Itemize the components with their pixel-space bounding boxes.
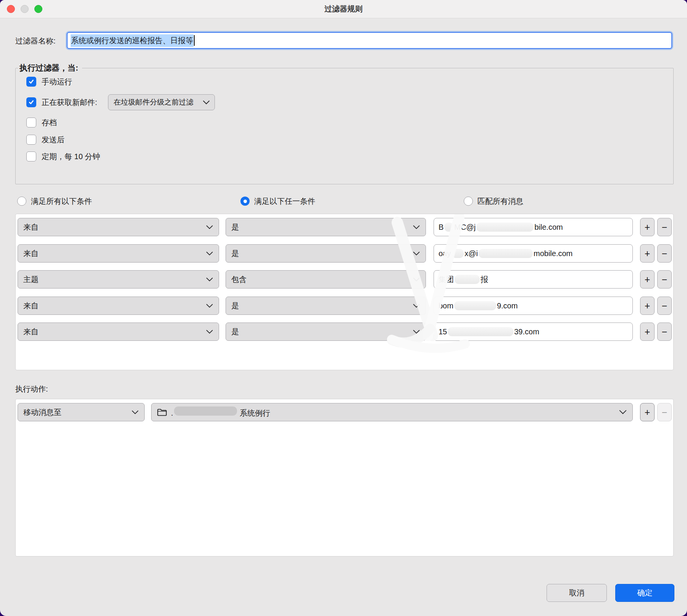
remove-condition-button[interactable]: − <box>657 297 672 315</box>
value-text: x@i <box>464 249 478 258</box>
chevron-down-icon <box>413 225 420 229</box>
match-mode-radio[interactable]: 满足所有以下条件 <box>17 194 92 208</box>
add-action-button[interactable]: + <box>640 403 655 421</box>
value-text: 报 <box>481 274 488 285</box>
perform-actions-label: 执行动作: <box>15 382 48 396</box>
condition-field-value: 来自 <box>23 222 39 232</box>
value-text: 集团 <box>439 274 454 285</box>
radio-icon <box>17 197 26 206</box>
chevron-down-icon <box>206 225 213 229</box>
minimize-button <box>21 5 29 13</box>
add-condition-button[interactable]: + <box>640 297 655 315</box>
condition-operator-select[interactable]: 是 <box>226 218 426 236</box>
remove-condition-button[interactable]: − <box>657 218 672 236</box>
add-condition-button[interactable]: + <box>640 218 655 236</box>
match-mode-radio[interactable]: 满足以下任一条件 <box>240 194 315 208</box>
checkbox[interactable] <box>26 135 36 145</box>
value-text: oay <box>439 249 451 258</box>
traffic-lights <box>7 5 42 13</box>
condition-operator-select[interactable]: 是 <box>226 244 426 263</box>
checkbox[interactable] <box>26 97 36 107</box>
condition-operator-select[interactable]: 包含 <box>226 270 426 289</box>
filter-rules-dialog: 过滤器规则 过滤器名称: 系统或例行发送的巡检报告、日报等 执行过滤器，当: 手… <box>0 0 687 616</box>
redaction-blob <box>448 327 513 336</box>
text-caret <box>194 35 195 46</box>
value-text: 15 <box>439 327 447 336</box>
radio-icon <box>240 197 250 206</box>
filter-name-input[interactable]: 系统或例行发送的巡检报告、日报等 <box>67 32 672 49</box>
chevron-down-icon <box>206 304 213 308</box>
when-checkbox-row: 存档 <box>26 116 57 129</box>
checkbox[interactable] <box>26 77 36 87</box>
redaction-scribble <box>16 214 674 371</box>
condition-field-select[interactable]: 来自 <box>18 244 219 263</box>
chevron-down-icon <box>206 330 213 334</box>
condition-value-input[interactable]: BMC@jbile.com <box>434 218 633 236</box>
junk-timing-select[interactable]: 在垃圾邮件分级之前过滤 <box>108 94 215 110</box>
condition-operator-select[interactable]: 是 <box>226 323 426 341</box>
apply-filter-when-group: 执行过滤器，当: 手动运行 正在获取新邮件: 在垃圾邮件分级之前过滤 存档 <box>15 68 674 184</box>
chevron-down-icon <box>131 410 139 414</box>
condition-operator-value: 是 <box>231 301 239 311</box>
condition-value-input[interactable]: bom9.com <box>434 297 633 315</box>
remove-condition-button[interactable]: − <box>657 244 672 263</box>
condition-field-select[interactable]: 来自 <box>18 218 219 236</box>
condition-field-select[interactable]: 主题 <box>18 270 219 289</box>
selected-text: 系统或例行发送的巡检报告、日报等 <box>71 34 194 47</box>
condition-row: 来自 是 1539.com + − <box>16 323 673 341</box>
checkbox[interactable] <box>26 118 36 127</box>
match-mode-radio[interactable]: 匹配所有消息 <box>464 194 523 208</box>
checkbox-label: 发送后 <box>42 135 65 145</box>
condition-field-value: 来自 <box>23 301 39 311</box>
add-condition-button[interactable]: + <box>640 244 655 263</box>
junk-timing-value: 在垃圾邮件分级之前过滤 <box>114 97 194 107</box>
remove-condition-button[interactable]: − <box>657 270 672 289</box>
when-checkbox-row: 发送后 <box>26 133 65 146</box>
condition-field-value: 来自 <box>23 248 39 259</box>
action-row: 移动消息至 . 系统例行 + − <box>16 403 673 421</box>
condition-field-value: 来自 <box>23 327 39 337</box>
close-button[interactable] <box>7 5 15 13</box>
radio-label: 匹配所有消息 <box>477 196 523 206</box>
redaction-blob <box>174 406 237 416</box>
value-text: MC@j <box>454 223 476 232</box>
redaction-blob <box>452 249 464 258</box>
when-checkbox-row: 定期，每 10 分钟 <box>26 150 100 163</box>
condition-field-select[interactable]: 来自 <box>18 323 219 341</box>
checkbox[interactable] <box>26 152 36 161</box>
action-target-value: . 系统例行 <box>171 406 270 418</box>
condition-row: 来自 是 BMC@jbile.com + − <box>16 218 673 236</box>
remove-condition-button[interactable]: − <box>657 323 672 341</box>
add-condition-button[interactable]: + <box>640 323 655 341</box>
condition-value-input[interactable]: 集团报 <box>434 270 633 289</box>
condition-row: 来自 是 bom9.com + − <box>16 297 673 315</box>
cancel-button[interactable]: 取消 <box>547 584 607 602</box>
redaction-blob <box>479 249 533 258</box>
condition-field-select[interactable]: 来自 <box>18 297 219 315</box>
checkbox-label: 手动运行 <box>42 77 72 87</box>
action-target-select[interactable]: . 系统例行 <box>151 403 633 421</box>
value-text: . <box>171 409 173 417</box>
chevron-down-icon <box>413 330 420 334</box>
window-title: 过滤器规则 <box>324 4 363 14</box>
condition-operator-select[interactable]: 是 <box>226 297 426 315</box>
condition-value-input[interactable]: 1539.com <box>434 323 633 341</box>
filter-name-label: 过滤器名称: <box>15 32 56 49</box>
zoom-button[interactable] <box>34 5 42 13</box>
checkbox-label: 定期，每 10 分钟 <box>42 152 100 162</box>
add-condition-button[interactable]: + <box>640 270 655 289</box>
folder-icon <box>157 408 167 417</box>
value-text: bile.com <box>534 223 563 232</box>
condition-operator-value: 包含 <box>231 274 247 285</box>
conditions-list: 来自 是 BMC@jbile.com + − 来自 是 oayx@imo <box>15 214 674 370</box>
radio-icon <box>464 197 473 206</box>
ok-button[interactable]: 确定 <box>615 584 674 602</box>
chevron-down-icon <box>203 100 210 105</box>
condition-value-input[interactable]: oayx@imobile.com <box>434 244 633 263</box>
condition-operator-value: 是 <box>231 222 239 232</box>
value-text: bom <box>439 302 453 310</box>
checkbox-label: 正在获取新邮件: <box>42 97 97 108</box>
when-checkbox-row: 手动运行 <box>26 75 72 88</box>
condition-field-value: 主题 <box>23 274 39 285</box>
action-type-select[interactable]: 移动消息至 <box>18 403 145 421</box>
